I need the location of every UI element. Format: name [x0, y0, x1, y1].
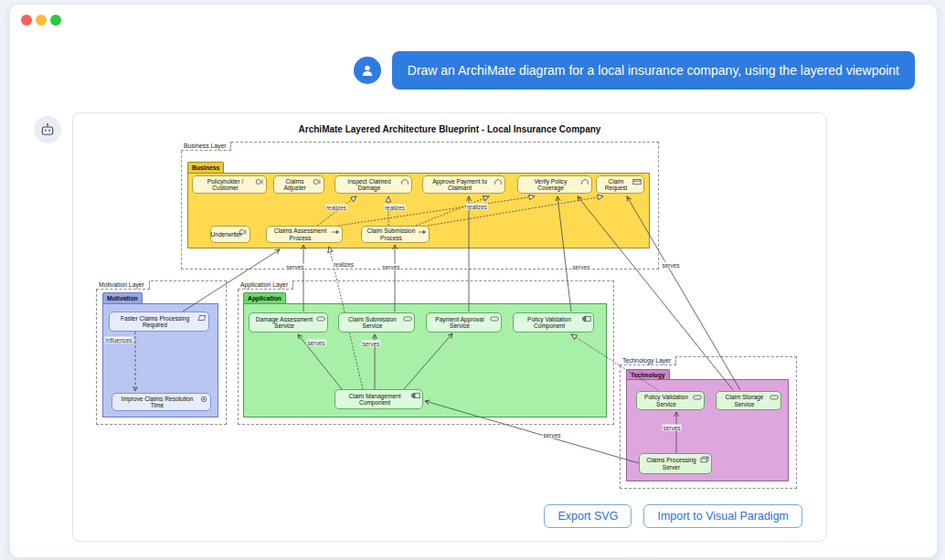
zoom-button[interactable]: [50, 15, 61, 26]
edge-label-influences: influences: [105, 337, 133, 343]
node-label: Policy Validation Service: [640, 394, 693, 407]
node-faster-claims-processing: Faster Claims Processing Required: [109, 312, 209, 332]
business-layer-label: Business Layer: [181, 142, 231, 151]
component-icon: [411, 392, 420, 399]
diagram-title: ArchiMate Layered Architecture Blueprint…: [73, 124, 826, 134]
goal-icon: [199, 396, 208, 403]
node-claims-adjuster: Claims Adjuster: [273, 175, 324, 194]
export-svg-button[interactable]: Export SVG: [544, 504, 632, 528]
business-role-icon: [255, 178, 264, 185]
edge-label-serves: serves: [663, 425, 682, 431]
node-claims-processing-server: Claims Processing Server: [639, 453, 712, 474]
node-policyholder-customer: Policyholder / Customer: [192, 175, 267, 194]
node-label: Claim Management Component: [338, 393, 411, 406]
motivation-layer-label: Motivation Layer: [96, 280, 150, 290]
assistant-avatar: [34, 116, 61, 143]
service-icon: [490, 315, 499, 322]
user-message-row: Draw an ArchiMate diagram for a local in…: [354, 51, 915, 90]
application-layer-label: Application Layer: [238, 280, 293, 290]
node-policy-validation-service: Policy Validation Service: [636, 391, 705, 410]
node-label: Verify Policy Coverage: [521, 178, 580, 191]
edge-label-serves: serves: [662, 262, 681, 269]
node-label: Approve Payment to Claimant: [426, 178, 494, 191]
edge-label-serves: serves: [572, 264, 591, 270]
minimize-button[interactable]: [36, 15, 47, 26]
technology-layer-label: Technology Layer: [620, 356, 676, 365]
node-label: Policyholder / Customer: [196, 178, 255, 191]
requirement-icon: [197, 314, 207, 322]
node-label: Improve Claims Resolution Time: [115, 396, 199, 408]
person-icon: [359, 62, 376, 79]
edge-label-realizes: realizes: [325, 205, 347, 211]
node-claim-submission-process: Claim Submission Process: [361, 226, 430, 243]
node-claim-storage-service: Claim Storage Service: [716, 391, 781, 410]
app-window: Draw an ArchiMate diagram for a local in…: [9, 4, 938, 558]
diagram-panel: ArchiMate Layered Architecture Blueprint…: [72, 112, 827, 542]
business-object-icon: [632, 178, 642, 185]
business-function-icon: [494, 178, 503, 185]
user-message-bubble: Draw an ArchiMate diagram for a local in…: [392, 51, 915, 90]
node-label: Claims Processing Server: [642, 457, 700, 470]
business-role-icon: [313, 178, 322, 185]
node-label: Policy Validation Component: [516, 316, 582, 329]
service-icon: [316, 315, 325, 322]
action-buttons: Export SVG Import to Visual Paradigm: [544, 504, 802, 528]
node-inspect-claimed-damage: Inspect Claimed Damage: [334, 175, 412, 194]
edge-label-serves: serves: [286, 264, 305, 270]
service-icon: [693, 394, 702, 401]
node-improve-claims-resolution: Improve Claims Resolution Time: [111, 393, 211, 411]
close-button[interactable]: [21, 15, 32, 26]
component-icon: [582, 315, 591, 322]
edge-label-realizes: realizes: [384, 205, 406, 211]
node-damage-assessment-service: Damage Assessment Service: [249, 312, 328, 333]
application-package-tab: Application: [243, 292, 286, 303]
node-policy-validation-component: Policy Validation Component: [513, 312, 594, 333]
node-claim-management-component: Claim Management Component: [334, 389, 423, 409]
node-claims-assessment-process: Claims Assessment Process: [266, 226, 343, 243]
business-function-icon: [400, 178, 409, 185]
edge-label-serves: serves: [307, 340, 326, 346]
business-process-icon: [418, 228, 427, 236]
node-label: Inspect Claimed Damage: [338, 178, 400, 191]
node-label: Claim Submission Process: [365, 227, 418, 240]
business-role-icon: [239, 228, 248, 236]
node-label: Claims Adjuster: [277, 178, 313, 191]
node-label: Claim Storage Service: [719, 394, 770, 407]
node-label: Damage Assessment Service: [252, 316, 316, 329]
node-claim-request: Claim Request: [596, 175, 644, 194]
node-label: Payment Approval Service: [430, 316, 490, 329]
edge-label-serves: serves: [543, 432, 562, 438]
robot-icon: [39, 122, 56, 138]
business-function-icon: [580, 178, 589, 185]
node-verify-policy-coverage: Verify Policy Coverage: [517, 175, 592, 194]
import-visual-paradigm-button[interactable]: Import to Visual Paradigm: [643, 504, 802, 528]
node-claim-submission-service: Claim Submission Service: [338, 312, 415, 333]
node-approve-payment: Approve Payment to Claimant: [422, 175, 505, 194]
business-package-tab: Business: [187, 162, 224, 173]
node-underwriter: Underwriter: [210, 226, 250, 243]
service-icon: [770, 394, 779, 401]
node-payment-approval-service: Payment Approval Service: [426, 312, 502, 333]
edge-label-realizes: realizes: [466, 204, 488, 210]
node-label: Claim Request: [600, 178, 632, 191]
node-label: Claims Assessment Process: [270, 227, 331, 240]
node-label: Claim Submission Service: [342, 316, 403, 329]
node-label: Underwriter: [210, 231, 241, 238]
service-icon: [403, 315, 412, 322]
edge-label-serves: serves: [382, 264, 401, 270]
edge-label-realizes: realizes: [333, 261, 355, 268]
user-avatar: [354, 57, 381, 84]
business-process-icon: [331, 228, 340, 236]
motivation-package-tab: Motivation: [102, 292, 143, 303]
node-device-icon: [700, 456, 709, 463]
node-label: Faster Claims Processing Required: [112, 315, 197, 328]
edge-label-serves: serves: [362, 341, 381, 347]
